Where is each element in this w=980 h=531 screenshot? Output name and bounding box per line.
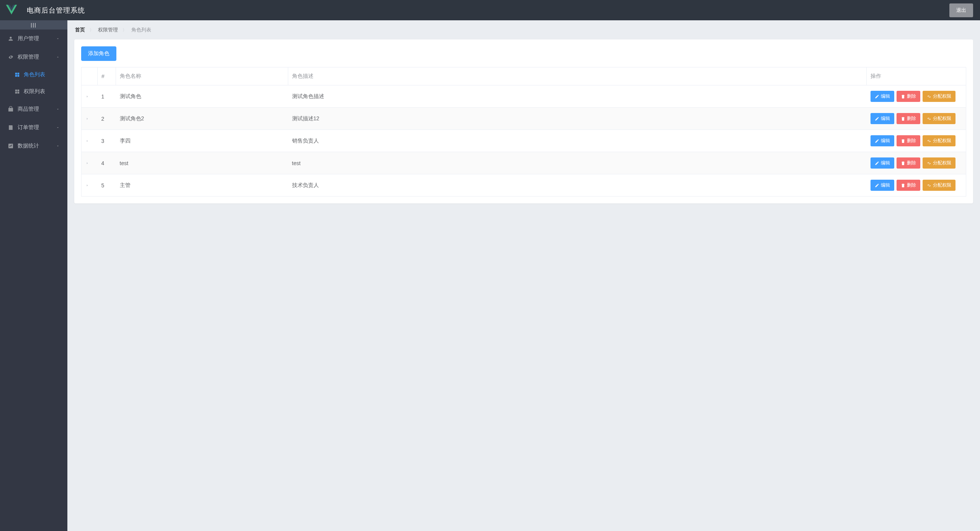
breadcrumb-mid: 权限管理 — [98, 27, 118, 33]
sidebar-subitem-label: 角色列表 — [24, 71, 45, 78]
assign-button[interactable]: 分配权限 — [923, 157, 956, 169]
header-left: 电商后台管理系统 — [0, 0, 85, 20]
svg-rect-8 — [15, 92, 17, 94]
table-row: 5主管技术负责人编辑删除分配权限 — [82, 174, 966, 197]
table-header-name: 角色名称 — [116, 67, 288, 85]
breadcrumb-home[interactable]: 首页 — [75, 27, 85, 33]
cell-index: 5 — [98, 174, 116, 197]
cell-desc: 技术负责人 — [288, 174, 867, 197]
svg-rect-4 — [15, 75, 17, 77]
delete-button[interactable]: 删除 — [897, 113, 920, 124]
edit-icon — [875, 94, 879, 99]
sidebar-subitem-perms[interactable]: 权限列表 — [0, 83, 67, 100]
table-header-expand — [82, 67, 98, 85]
cell-desc: 销售负责人 — [288, 130, 867, 152]
edit-button[interactable]: 编辑 — [871, 135, 894, 146]
breadcrumb: 首页 〉 权限管理 〉 角色列表 — [67, 20, 980, 39]
cell-actions: 编辑删除分配权限 — [867, 108, 966, 130]
document-icon — [8, 125, 14, 131]
app-header: 电商后台管理系统 退出 — [0, 0, 980, 20]
logout-button[interactable]: 退出 — [949, 3, 973, 17]
expand-row-icon[interactable] — [85, 139, 89, 143]
svg-rect-3 — [18, 73, 20, 75]
expand-row-icon[interactable] — [85, 184, 89, 187]
app-title: 电商后台管理系统 — [27, 6, 85, 15]
sidebar-item-goods[interactable]: 商品管理 — [0, 100, 67, 118]
edit-button[interactable]: 编辑 — [871, 91, 894, 102]
breadcrumb-separator: 〉 — [122, 28, 127, 32]
delete-button[interactable]: 删除 — [897, 157, 920, 169]
sidebar-item-label: 用户管理 — [18, 35, 56, 42]
svg-rect-7 — [18, 90, 20, 92]
expand-row-icon[interactable] — [85, 161, 89, 165]
sidebar-item-rights[interactable]: 权限管理 — [0, 48, 67, 66]
sidebar-item-orders[interactable]: 订单管理 — [0, 118, 67, 137]
sidebar-subitem-label: 权限列表 — [24, 88, 45, 95]
cell-name: 李四 — [116, 130, 288, 152]
edit-icon — [875, 161, 879, 166]
svg-rect-2 — [15, 73, 17, 75]
sidebar-collapse-toggle[interactable]: ||| — [0, 20, 67, 30]
settings-icon — [927, 116, 931, 121]
cell-name: test — [116, 152, 288, 174]
delete-button[interactable]: 删除 — [897, 91, 920, 102]
edit-button[interactable]: 编辑 — [871, 157, 894, 169]
cell-actions: 编辑删除分配权限 — [867, 152, 966, 174]
chevron-up-icon — [56, 55, 60, 59]
chevron-down-icon — [56, 37, 60, 41]
cell-index: 4 — [98, 152, 116, 174]
delete-button[interactable]: 删除 — [897, 135, 920, 146]
cell-actions: 编辑删除分配权限 — [867, 130, 966, 152]
chart-icon — [8, 143, 14, 149]
cell-desc: test — [288, 152, 867, 174]
table-row: 3李四销售负责人编辑删除分配权限 — [82, 130, 966, 152]
vue-logo-icon — [5, 3, 18, 17]
expand-row-icon[interactable] — [85, 117, 89, 121]
gear-icon — [8, 54, 14, 60]
app-logo — [0, 0, 23, 20]
edit-button[interactable]: 编辑 — [871, 180, 894, 191]
grid-icon — [15, 72, 20, 77]
breadcrumb-separator: 〉 — [90, 28, 94, 32]
table-row: 4testtest编辑删除分配权限 — [82, 152, 966, 174]
sidebar: ||| 用户管理 权限管理 角色列表 — [0, 20, 67, 531]
trash-icon — [901, 94, 905, 99]
expand-row-icon[interactable] — [85, 95, 89, 98]
cell-name: 测试角色 — [116, 85, 288, 108]
assign-button[interactable]: 分配权限 — [923, 135, 956, 146]
sidebar-subitem-roles[interactable]: 角色列表 — [0, 66, 67, 83]
main-content: 首页 〉 权限管理 〉 角色列表 添加角色 # 角色名称 角色描述 操作 1测试… — [67, 20, 980, 531]
user-icon — [8, 36, 14, 42]
roles-table: # 角色名称 角色描述 操作 1测试角色测试角色描述编辑删除分配权限2测试角色2… — [81, 67, 966, 197]
cell-index: 3 — [98, 130, 116, 152]
sidebar-item-stats[interactable]: 数据统计 — [0, 137, 67, 155]
cell-actions: 编辑删除分配权限 — [867, 85, 966, 108]
cell-name: 测试角色2 — [116, 108, 288, 130]
trash-icon — [901, 183, 905, 188]
table-header-desc: 角色描述 — [288, 67, 867, 85]
chevron-down-icon — [56, 126, 60, 129]
chevron-down-icon — [56, 144, 60, 148]
svg-rect-6 — [15, 90, 17, 92]
edit-icon — [875, 183, 879, 188]
chevron-down-icon — [56, 107, 60, 111]
cell-index: 2 — [98, 108, 116, 130]
edit-icon — [875, 139, 879, 143]
content-card: 添加角色 # 角色名称 角色描述 操作 1测试角色测试角色描述编辑删除分配权限2… — [74, 39, 973, 203]
sidebar-item-label: 商品管理 — [18, 106, 56, 113]
cell-name: 主管 — [116, 174, 288, 197]
trash-icon — [901, 161, 905, 166]
sidebar-item-users[interactable]: 用户管理 — [0, 30, 67, 48]
assign-button[interactable]: 分配权限 — [923, 180, 956, 191]
settings-icon — [927, 183, 931, 188]
assign-button[interactable]: 分配权限 — [923, 91, 956, 102]
assign-button[interactable]: 分配权限 — [923, 113, 956, 124]
cell-index: 1 — [98, 85, 116, 108]
settings-icon — [927, 94, 931, 99]
edit-button[interactable]: 编辑 — [871, 113, 894, 124]
delete-button[interactable]: 删除 — [897, 180, 920, 191]
cell-desc: 测试描述12 — [288, 108, 867, 130]
settings-icon — [927, 161, 931, 166]
add-role-button[interactable]: 添加角色 — [81, 46, 116, 61]
edit-icon — [875, 116, 879, 121]
